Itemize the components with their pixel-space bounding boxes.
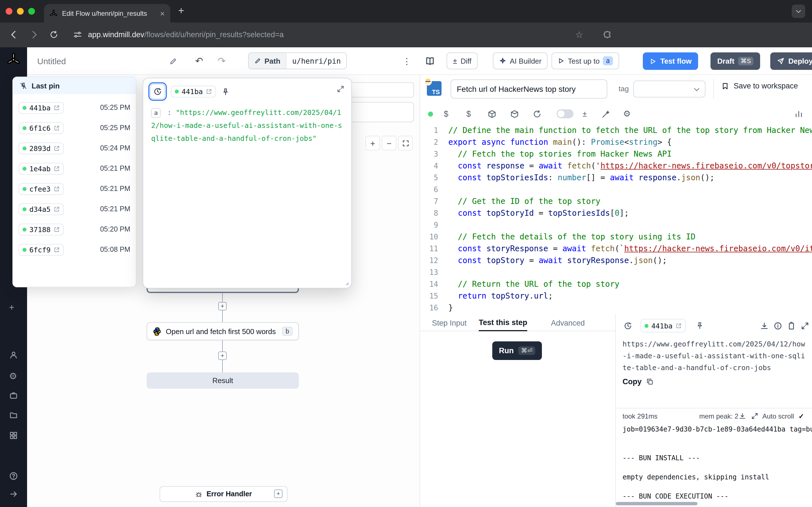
resize-handle[interactable] bbox=[343, 280, 349, 286]
pin-list-item[interactable]: cfee3 05:21 PM bbox=[13, 179, 136, 199]
docs-book-icon[interactable] bbox=[425, 52, 435, 70]
test-up-to-button[interactable]: Test up to a bbox=[552, 52, 619, 69]
tab-search-button[interactable] bbox=[792, 4, 805, 18]
log-download-icon[interactable] bbox=[739, 412, 746, 420]
flow-node-step-b[interactable]: Open url and fetch first 500 words of ..… bbox=[147, 322, 299, 340]
apps-grid-icon[interactable] bbox=[9, 431, 18, 440]
url-bar[interactable]: app.windmill.dev/flows/edit/u/henri/pin_… bbox=[88, 31, 284, 39]
run-button[interactable]: Run ⌘⏎ bbox=[492, 341, 542, 360]
expand-icon[interactable] bbox=[337, 85, 345, 93]
zoom-in-button[interactable]: + bbox=[365, 136, 380, 151]
autoscroll-checkbox[interactable]: ✓ bbox=[799, 412, 804, 420]
editor-code[interactable]: // Define the main function to fetch the… bbox=[448, 124, 812, 314]
new-tab-button[interactable]: + bbox=[178, 5, 184, 17]
tag-select[interactable] bbox=[633, 80, 705, 98]
window-zoom-button[interactable] bbox=[28, 8, 35, 15]
pin-run-badge[interactable]: 441ba bbox=[18, 102, 63, 114]
extensions-puzzle-icon[interactable] bbox=[603, 31, 612, 39]
insert-step-button[interactable]: + bbox=[218, 302, 227, 311]
pin-list-item[interactable]: 6fcf9 05:08 PM bbox=[13, 239, 136, 260]
pin-run-badge[interactable]: d34a5 bbox=[18, 203, 63, 215]
ai-wand-icon[interactable] bbox=[602, 107, 610, 121]
edit-title-pencil-icon[interactable] bbox=[169, 52, 177, 70]
info-icon[interactable] bbox=[774, 319, 782, 332]
pin-list-item[interactable]: 1e4ab 05:21 PM bbox=[13, 158, 136, 179]
external-link-icon[interactable] bbox=[53, 105, 59, 111]
flow-node-result[interactable]: Result bbox=[147, 372, 299, 389]
external-link-icon[interactable] bbox=[53, 165, 59, 172]
pin-run-badge[interactable]: 1e4ab bbox=[18, 163, 63, 174]
package-icon[interactable] bbox=[488, 107, 496, 121]
pin-run-badge[interactable]: 37188 bbox=[18, 223, 63, 235]
diff-icon[interactable]: ± bbox=[582, 107, 587, 121]
reset-icon[interactable] bbox=[533, 107, 541, 121]
external-link-icon[interactable] bbox=[53, 125, 59, 131]
folders-icon[interactable] bbox=[9, 411, 18, 420]
result-run-badge[interactable]: 441ba bbox=[641, 319, 686, 332]
path-value[interactable]: u/henri/pin bbox=[286, 53, 346, 69]
resources-icon[interactable]: $ bbox=[466, 107, 471, 121]
step-title-input[interactable] bbox=[451, 79, 607, 99]
pin-run-badge[interactable]: 2893d bbox=[18, 142, 63, 154]
pin-list-item[interactable]: 6f1c6 05:25 PM bbox=[13, 118, 136, 138]
history-button[interactable] bbox=[150, 84, 165, 99]
external-link-icon[interactable] bbox=[53, 145, 59, 151]
add-error-handler-button[interactable]: + bbox=[274, 490, 283, 498]
pin-run-badge[interactable]: cfee3 bbox=[18, 183, 63, 194]
package-lock-icon[interactable] bbox=[510, 107, 519, 121]
tab-step-input[interactable]: Step Input bbox=[432, 314, 467, 331]
bookmark-star-icon[interactable]: ☆ bbox=[575, 29, 583, 40]
windmill-logo-icon[interactable] bbox=[7, 53, 20, 66]
pin-icon[interactable] bbox=[696, 319, 704, 332]
external-link-icon[interactable] bbox=[206, 89, 212, 95]
user-icon[interactable] bbox=[9, 350, 18, 359]
tab-close-icon[interactable]: × bbox=[160, 9, 165, 17]
more-options-icon[interactable]: ⋮ bbox=[403, 52, 411, 70]
save-to-workspace-button[interactable]: Save to workspace bbox=[721, 82, 798, 90]
deploy-button[interactable]: Deploy bbox=[770, 52, 812, 70]
site-settings-icon[interactable] bbox=[73, 31, 82, 39]
expand-icon[interactable] bbox=[801, 319, 809, 332]
zoom-out-button[interactable]: − bbox=[382, 136, 396, 151]
horizontal-scrollbar[interactable] bbox=[616, 502, 698, 505]
settings-gear-icon[interactable]: ⚙ bbox=[9, 371, 17, 381]
window-minimize-button[interactable] bbox=[17, 8, 24, 15]
collapse-arrow-icon[interactable] bbox=[9, 490, 18, 499]
copy-button[interactable]: Copy bbox=[622, 378, 654, 386]
pin-list-item[interactable]: 441ba 05:25 PM bbox=[13, 98, 136, 118]
external-link-icon[interactable] bbox=[53, 246, 59, 252]
pin-list-item[interactable]: d34a5 05:21 PM bbox=[13, 199, 136, 219]
popup-run-badge[interactable]: 441ba bbox=[171, 86, 216, 98]
pin-run-badge[interactable]: 6f1c6 bbox=[18, 122, 63, 134]
assistant-panel-icon[interactable] bbox=[795, 107, 803, 121]
result-value[interactable]: https://www.geoffreylitt.com/2025/04/12/… bbox=[622, 338, 806, 374]
json-string-value[interactable]: "https://www.geoffreylitt.com/2025/04/12… bbox=[151, 108, 342, 143]
pin-run-badge[interactable]: 6fcf9 bbox=[18, 244, 63, 256]
redo-button[interactable]: ↷ bbox=[218, 52, 226, 70]
error-handler-node[interactable]: Error Handler bbox=[160, 486, 288, 502]
forward-button[interactable] bbox=[29, 30, 39, 40]
external-link-icon[interactable] bbox=[53, 226, 59, 232]
diff-button[interactable]: ± Diff bbox=[447, 52, 477, 69]
diff-mode-toggle[interactable] bbox=[557, 107, 573, 121]
reload-button[interactable] bbox=[50, 31, 58, 39]
tab-test-this-step[interactable]: Test this step bbox=[479, 314, 527, 331]
log-lines[interactable]: job=019634e7-9d30-b7cb-1e89-03a64ed441ba… bbox=[622, 425, 812, 501]
clipboard-icon[interactable] bbox=[787, 319, 796, 332]
history-icon[interactable] bbox=[624, 319, 632, 332]
editor-settings-icon[interactable]: ⚙ bbox=[623, 107, 631, 121]
browser-tab[interactable]: Edit Flow u/henri/pin_results × bbox=[44, 4, 170, 22]
download-icon[interactable] bbox=[760, 319, 769, 332]
path-segment[interactable]: Path bbox=[249, 53, 286, 69]
draft-button[interactable]: Draft ⌘S bbox=[711, 52, 760, 70]
pin-icon[interactable] bbox=[221, 88, 229, 96]
external-link-icon[interactable] bbox=[53, 186, 59, 192]
variables-icon[interactable]: $ bbox=[444, 107, 448, 121]
help-question-icon[interactable] bbox=[9, 471, 18, 481]
code-editor[interactable]: 12345678910111213141516 // Define the ma… bbox=[420, 121, 812, 314]
path-control[interactable]: Path u/henri/pin bbox=[248, 52, 347, 69]
fit-view-button[interactable] bbox=[398, 136, 413, 151]
insert-step-button[interactable]: + bbox=[218, 351, 227, 360]
tab-advanced[interactable]: Advanced bbox=[551, 314, 585, 331]
back-button[interactable] bbox=[9, 30, 18, 40]
